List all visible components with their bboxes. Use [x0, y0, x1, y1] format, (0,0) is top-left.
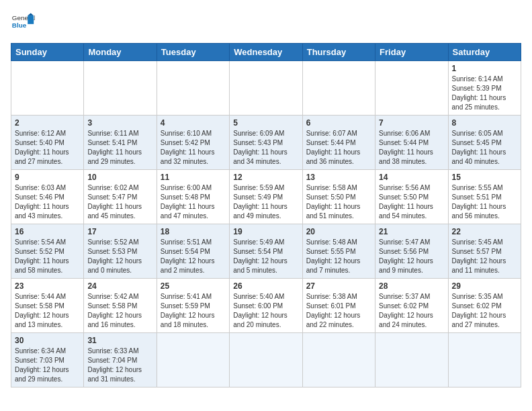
calendar-table: SundayMondayTuesdayWednesdayThursdayFrid… — [11, 43, 521, 387]
day-number: 15 — [452, 173, 517, 182]
day-number: 20 — [306, 227, 371, 236]
day-info: Sunrise: 6:00 AM Sunset: 5:48 PM Dayligh… — [161, 183, 226, 221]
calendar-cell: 17Sunrise: 5:52 AM Sunset: 5:53 PM Dayli… — [84, 224, 157, 279]
day-info: Sunrise: 5:54 AM Sunset: 5:52 PM Dayligh… — [15, 238, 80, 275]
day-info: Sunrise: 5:58 AM Sunset: 5:50 PM Dayligh… — [306, 183, 371, 221]
weekday-header-thursday: Thursday — [302, 44, 375, 61]
day-info: Sunrise: 6:10 AM Sunset: 5:42 PM Dayligh… — [161, 129, 226, 167]
day-info: Sunrise: 5:38 AM Sunset: 6:01 PM Dayligh… — [306, 292, 371, 330]
calendar-cell: 27Sunrise: 5:38 AM Sunset: 6:01 PM Dayli… — [302, 279, 375, 333]
calendar-cell — [302, 61, 375, 116]
day-info: Sunrise: 6:14 AM Sunset: 5:39 PM Dayligh… — [452, 75, 517, 112]
calendar-cell: 23Sunrise: 5:44 AM Sunset: 5:58 PM Dayli… — [11, 279, 84, 333]
calendar-cell: 25Sunrise: 5:41 AM Sunset: 5:59 PM Dayli… — [157, 279, 229, 333]
calendar-week-row: 9Sunrise: 6:03 AM Sunset: 5:46 PM Daylig… — [11, 170, 521, 224]
day-number: 5 — [233, 118, 298, 128]
calendar-cell — [448, 333, 521, 387]
day-info: Sunrise: 5:48 AM Sunset: 5:55 PM Dayligh… — [306, 238, 371, 275]
day-number: 29 — [452, 281, 517, 291]
day-number: 31 — [87, 336, 152, 345]
day-info: Sunrise: 5:44 AM Sunset: 5:58 PM Dayligh… — [15, 292, 80, 330]
day-number: 12 — [233, 173, 298, 182]
weekday-header-sunday: Sunday — [11, 44, 84, 61]
day-info: Sunrise: 6:03 AM Sunset: 5:46 PM Dayligh… — [15, 183, 80, 221]
generalblue-logo-icon: General Blue — [11, 11, 35, 35]
calendar-cell — [157, 333, 229, 387]
calendar-cell — [375, 333, 448, 387]
day-info: Sunrise: 5:49 AM Sunset: 5:54 PM Dayligh… — [233, 238, 298, 275]
calendar-week-row: 30Sunrise: 6:34 AM Sunset: 7:03 PM Dayli… — [11, 333, 521, 387]
day-info: Sunrise: 6:34 AM Sunset: 7:03 PM Dayligh… — [15, 347, 80, 384]
calendar-week-row: 1Sunrise: 6:14 AM Sunset: 5:39 PM Daylig… — [11, 61, 521, 116]
calendar-cell: 9Sunrise: 6:03 AM Sunset: 5:46 PM Daylig… — [11, 170, 84, 224]
day-info: Sunrise: 5:56 AM Sunset: 5:50 PM Dayligh… — [379, 183, 444, 221]
weekday-header-monday: Monday — [84, 44, 157, 61]
day-info: Sunrise: 6:11 AM Sunset: 5:41 PM Dayligh… — [87, 129, 152, 167]
calendar-cell: 16Sunrise: 5:54 AM Sunset: 5:52 PM Dayli… — [11, 224, 84, 279]
day-info: Sunrise: 5:52 AM Sunset: 5:53 PM Dayligh… — [87, 238, 152, 275]
calendar-cell: 2Sunrise: 6:12 AM Sunset: 5:40 PM Daylig… — [11, 116, 84, 170]
day-info: Sunrise: 5:35 AM Sunset: 6:02 PM Dayligh… — [452, 292, 517, 330]
day-number: 13 — [306, 173, 371, 182]
calendar-cell: 14Sunrise: 5:56 AM Sunset: 5:50 PM Dayli… — [375, 170, 448, 224]
calendar-cell: 26Sunrise: 5:40 AM Sunset: 6:00 PM Dayli… — [230, 279, 302, 333]
weekday-header-wednesday: Wednesday — [230, 44, 302, 61]
day-info: Sunrise: 5:41 AM Sunset: 5:59 PM Dayligh… — [161, 292, 226, 330]
weekday-header-friday: Friday — [375, 44, 448, 61]
day-number: 1 — [452, 64, 517, 73]
day-info: Sunrise: 5:55 AM Sunset: 5:51 PM Dayligh… — [452, 183, 517, 221]
calendar-cell: 28Sunrise: 5:37 AM Sunset: 6:02 PM Dayli… — [375, 279, 448, 333]
day-number: 21 — [379, 227, 444, 236]
day-info: Sunrise: 5:45 AM Sunset: 5:57 PM Dayligh… — [452, 238, 517, 275]
calendar-cell: 3Sunrise: 6:11 AM Sunset: 5:41 PM Daylig… — [84, 116, 157, 170]
calendar-cell: 8Sunrise: 6:05 AM Sunset: 5:45 PM Daylig… — [448, 116, 521, 170]
day-number: 8 — [452, 118, 517, 128]
day-info: Sunrise: 6:12 AM Sunset: 5:40 PM Dayligh… — [15, 129, 80, 167]
day-info: Sunrise: 5:37 AM Sunset: 6:02 PM Dayligh… — [379, 292, 444, 330]
calendar-cell: 11Sunrise: 6:00 AM Sunset: 5:48 PM Dayli… — [157, 170, 229, 224]
calendar-cell — [375, 61, 448, 116]
weekday-header-tuesday: Tuesday — [157, 44, 229, 61]
calendar-cell: 20Sunrise: 5:48 AM Sunset: 5:55 PM Dayli… — [302, 224, 375, 279]
weekday-header-row: SundayMondayTuesdayWednesdayThursdayFrid… — [11, 44, 521, 61]
day-number: 11 — [161, 173, 226, 182]
calendar-cell: 15Sunrise: 5:55 AM Sunset: 5:51 PM Dayli… — [448, 170, 521, 224]
calendar-cell: 19Sunrise: 5:49 AM Sunset: 5:54 PM Dayli… — [230, 224, 302, 279]
day-number: 2 — [15, 118, 80, 128]
calendar-cell: 1Sunrise: 6:14 AM Sunset: 5:39 PM Daylig… — [448, 61, 521, 116]
day-number: 18 — [161, 227, 226, 236]
day-info: Sunrise: 5:59 AM Sunset: 5:49 PM Dayligh… — [233, 183, 298, 221]
day-info: Sunrise: 6:02 AM Sunset: 5:47 PM Dayligh… — [87, 183, 152, 221]
calendar-cell — [157, 61, 229, 116]
calendar-cell: 18Sunrise: 5:51 AM Sunset: 5:54 PM Dayli… — [157, 224, 229, 279]
calendar-cell: 22Sunrise: 5:45 AM Sunset: 5:57 PM Dayli… — [448, 224, 521, 279]
day-info: Sunrise: 5:42 AM Sunset: 5:58 PM Dayligh… — [87, 292, 152, 330]
day-number: 26 — [233, 281, 298, 291]
day-number: 27 — [306, 281, 371, 291]
calendar-week-row: 16Sunrise: 5:54 AM Sunset: 5:52 PM Dayli… — [11, 224, 521, 279]
calendar-cell: 4Sunrise: 6:10 AM Sunset: 5:42 PM Daylig… — [157, 116, 229, 170]
day-info: Sunrise: 6:07 AM Sunset: 5:44 PM Dayligh… — [306, 129, 371, 167]
svg-text:Blue: Blue — [12, 21, 27, 29]
day-number: 3 — [87, 118, 152, 128]
calendar-cell: 6Sunrise: 6:07 AM Sunset: 5:44 PM Daylig… — [302, 116, 375, 170]
logo: General Blue — [11, 11, 39, 35]
day-info: Sunrise: 6:33 AM Sunset: 7:04 PM Dayligh… — [87, 347, 152, 384]
day-info: Sunrise: 6:06 AM Sunset: 5:44 PM Dayligh… — [379, 129, 444, 167]
day-number: 10 — [87, 173, 152, 182]
day-number: 25 — [161, 281, 226, 291]
day-number: 23 — [15, 281, 80, 291]
calendar-cell — [84, 61, 157, 116]
day-number: 22 — [452, 227, 517, 236]
day-info: Sunrise: 6:05 AM Sunset: 5:45 PM Dayligh… — [452, 129, 517, 167]
calendar-cell: 5Sunrise: 6:09 AM Sunset: 5:43 PM Daylig… — [230, 116, 302, 170]
day-number: 19 — [233, 227, 298, 236]
day-info: Sunrise: 5:51 AM Sunset: 5:54 PM Dayligh… — [161, 238, 226, 275]
day-info: Sunrise: 5:47 AM Sunset: 5:56 PM Dayligh… — [379, 238, 444, 275]
calendar-cell: 30Sunrise: 6:34 AM Sunset: 7:03 PM Dayli… — [11, 333, 84, 387]
weekday-header-saturday: Saturday — [448, 44, 521, 61]
calendar-week-row: 23Sunrise: 5:44 AM Sunset: 5:58 PM Dayli… — [11, 279, 521, 333]
header: General Blue — [11, 11, 521, 35]
day-number: 4 — [161, 118, 226, 128]
calendar-cell: 21Sunrise: 5:47 AM Sunset: 5:56 PM Dayli… — [375, 224, 448, 279]
